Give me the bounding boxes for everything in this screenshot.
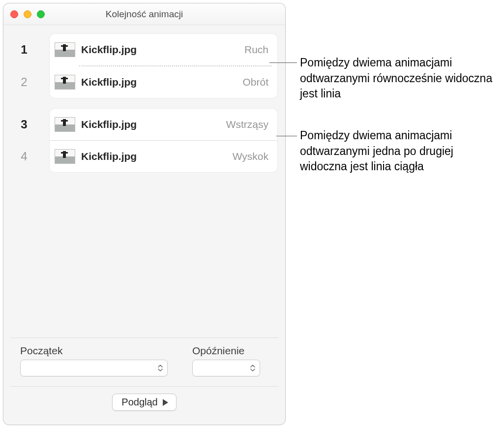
animation-list: 1 Kickflip.jpg Ruch 2 Kickflip.jpg Obrót bbox=[10, 34, 278, 338]
thumbnail-icon bbox=[55, 117, 75, 132]
delay-stepper[interactable] bbox=[192, 360, 260, 376]
delay-label: Opóźnienie bbox=[192, 345, 260, 357]
row-number: 1 bbox=[14, 34, 34, 65]
titlebar: Kolejność animacji bbox=[3, 3, 285, 25]
start-label: Początek bbox=[20, 345, 168, 357]
callout-text: Pomiędzy dwiema animacjami odtwarzanymi … bbox=[300, 128, 502, 175]
start-dropdown[interactable] bbox=[20, 360, 168, 376]
start-control: Początek bbox=[20, 345, 168, 376]
animation-order-window: Kolejność animacji 1 Kickflip.jpg Ruch 2 bbox=[3, 3, 286, 425]
animation-row[interactable]: 2 Kickflip.jpg Obrót bbox=[50, 66, 277, 98]
row-content: Kickflip.jpg Ruch bbox=[50, 34, 277, 65]
minimize-button[interactable] bbox=[24, 10, 31, 18]
file-name: Kickflip.jpg bbox=[81, 119, 226, 130]
play-icon bbox=[163, 399, 168, 406]
file-name: Kickflip.jpg bbox=[81, 76, 242, 88]
row-number: 2 bbox=[14, 66, 34, 98]
content-area: 1 Kickflip.jpg Ruch 2 Kickflip.jpg Obrót bbox=[3, 25, 285, 425]
effect-name: Obrót bbox=[242, 76, 268, 88]
preview-row: Podgląd bbox=[20, 387, 268, 418]
chevron-up-down-icon bbox=[155, 362, 165, 374]
row-content: Kickflip.jpg Wyskok bbox=[50, 141, 277, 172]
animation-group: 1 Kickflip.jpg Ruch 2 Kickflip.jpg Obrót bbox=[50, 34, 277, 98]
row-content: Kickflip.jpg Wstrząsy bbox=[50, 109, 277, 140]
animation-row[interactable]: 1 Kickflip.jpg Ruch bbox=[50, 34, 277, 65]
zoom-button[interactable] bbox=[37, 10, 45, 18]
callout-text: Pomiędzy dwiema animacjami odtwarzanymi … bbox=[300, 55, 502, 102]
footer-controls: Początek Opóźnienie bbox=[10, 338, 278, 420]
thumbnail-icon bbox=[55, 149, 75, 164]
row-number: 3 bbox=[14, 109, 34, 140]
thumbnail-icon bbox=[55, 42, 75, 57]
delay-control: Opóźnienie bbox=[192, 345, 260, 376]
traffic-lights bbox=[10, 10, 45, 18]
effect-name: Ruch bbox=[244, 44, 268, 56]
thumbnail-icon bbox=[55, 75, 75, 90]
close-button[interactable] bbox=[10, 10, 18, 18]
preview-button[interactable]: Podgląd bbox=[112, 394, 176, 411]
effect-name: Wstrząsy bbox=[226, 119, 268, 130]
row-content: Kickflip.jpg Obrót bbox=[50, 66, 277, 98]
animation-group: 3 Kickflip.jpg Wstrząsy 4 Kickflip.jpg W… bbox=[50, 109, 277, 172]
row-number: 4 bbox=[14, 141, 34, 172]
effect-name: Wyskok bbox=[233, 151, 268, 162]
file-name: Kickflip.jpg bbox=[81, 44, 244, 56]
file-name: Kickflip.jpg bbox=[81, 151, 233, 162]
animation-row[interactable]: 3 Kickflip.jpg Wstrząsy bbox=[50, 109, 277, 140]
stepper-arrows-icon bbox=[248, 362, 258, 374]
preview-button-label: Podgląd bbox=[121, 397, 157, 408]
window-title: Kolejność animacji bbox=[3, 9, 285, 20]
animation-row[interactable]: 4 Kickflip.jpg Wyskok bbox=[50, 141, 277, 172]
